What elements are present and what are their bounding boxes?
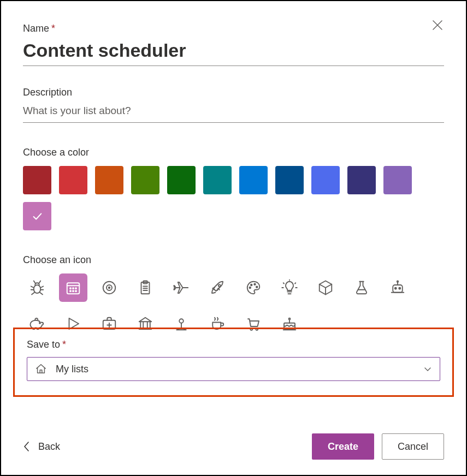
description-label: Description [23,87,444,98]
color-swatch[interactable] [275,166,304,194]
name-label: Name* [23,23,444,34]
rocket-icon[interactable] [203,273,232,302]
save-to-highlight: Save to* My lists [13,328,454,397]
svg-line-9 [34,281,36,283]
color-swatch[interactable] [59,166,87,194]
name-input[interactable] [23,38,444,66]
svg-point-27 [218,284,221,287]
create-list-dialog: Name* Description Choose a color Choose … [0,0,467,476]
back-button[interactable]: Back [23,441,60,453]
svg-point-43 [397,281,399,283]
svg-point-2 [34,285,41,293]
svg-line-4 [40,287,43,288]
color-swatch[interactable] [23,202,51,230]
close-button[interactable] [429,16,446,34]
check-icon [31,210,43,222]
color-swatch[interactable] [203,166,232,194]
chevron-left-icon [23,441,31,453]
svg-point-15 [75,288,76,289]
save-to-dropdown[interactable]: My lists [27,357,440,381]
back-label: Back [38,441,60,453]
clipboard-icon[interactable] [131,273,159,302]
save-to-label: Save to* [27,339,440,350]
svg-line-7 [32,293,34,295]
svg-point-54 [179,319,184,323]
calendar-icon[interactable] [59,273,87,302]
cube-icon[interactable] [311,273,340,302]
lightbulb-icon[interactable] [275,273,304,302]
color-swatch[interactable] [167,166,196,194]
robot-icon[interactable] [383,273,412,302]
svg-point-60 [289,318,291,320]
color-swatch[interactable] [23,166,51,194]
cancel-button[interactable]: Cancel [382,433,444,460]
svg-point-28 [250,287,251,289]
svg-point-44 [39,323,40,324]
svg-line-8 [40,293,43,295]
save-to-value: My lists [56,364,415,375]
svg-point-21 [109,287,110,289]
color-swatch[interactable] [239,166,268,194]
icon-section-label: Choose an icon [23,254,444,266]
close-icon [433,20,442,30]
svg-line-34 [295,283,295,283]
flask-icon[interactable] [347,273,376,302]
color-swatch[interactable] [131,166,159,194]
airplane-icon[interactable] [167,273,196,302]
home-icon [35,363,47,375]
svg-point-13 [70,288,71,289]
svg-rect-39 [393,285,403,293]
svg-line-3 [31,287,34,288]
svg-point-18 [75,290,76,291]
color-swatch[interactable] [95,166,123,194]
svg-point-31 [256,287,258,288]
palette-icon[interactable] [239,273,268,302]
create-button[interactable]: Create [312,433,374,460]
svg-point-16 [70,290,71,291]
svg-point-29 [251,284,252,286]
svg-point-41 [399,288,400,289]
required-asterisk: * [51,23,55,34]
svg-point-17 [73,290,74,291]
color-swatch[interactable] [383,166,412,194]
svg-line-33 [283,283,284,283]
bug-icon[interactable] [23,273,51,302]
dialog-footer: Back Create Cancel [23,433,444,460]
required-asterisk: * [62,339,66,350]
color-section-label: Choose a color [23,147,444,158]
svg-point-14 [73,288,74,289]
color-swatches [23,166,444,230]
chevron-down-icon [423,365,432,373]
svg-point-40 [395,288,397,289]
svg-point-30 [254,284,256,285]
color-swatch[interactable] [311,166,340,194]
description-input[interactable] [23,102,444,123]
svg-line-10 [39,281,41,283]
color-swatch[interactable] [347,166,376,194]
target-icon[interactable] [95,273,123,302]
